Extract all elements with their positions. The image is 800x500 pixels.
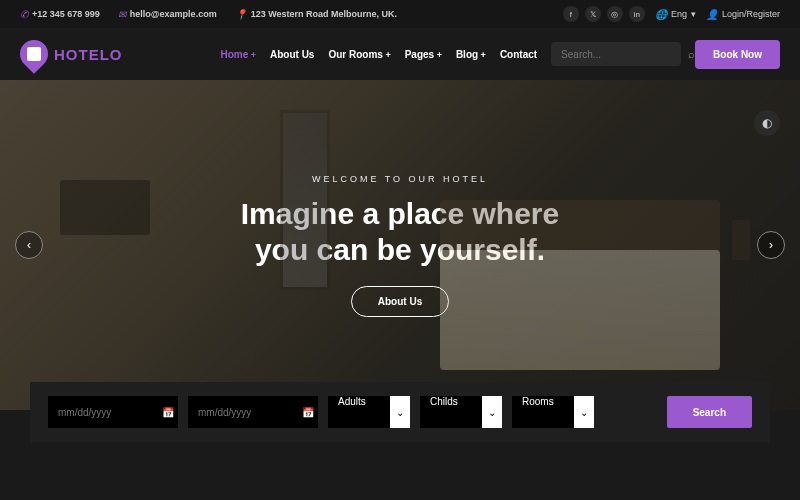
- search-box[interactable]: ⌕: [551, 42, 681, 66]
- chevron-down-icon[interactable]: ⌄: [482, 396, 502, 428]
- booking-search-button[interactable]: Search: [667, 396, 752, 428]
- logo[interactable]: HOTELO: [20, 40, 123, 68]
- facebook-icon[interactable]: f: [563, 6, 579, 22]
- logo-text: HOTELO: [54, 46, 123, 63]
- hero: ◐ ‹ › WELCOME TO OUR HOTEL Imagine a pla…: [0, 80, 800, 410]
- email[interactable]: ✉hello@example.com: [118, 9, 217, 20]
- calendar-icon[interactable]: 📅: [158, 396, 178, 428]
- rooms-field[interactable]: Rooms ⌄: [512, 396, 594, 428]
- nav-links: Home + About Us Our Rooms + Pages + Blog…: [220, 49, 537, 60]
- carousel-prev[interactable]: ‹: [15, 231, 43, 259]
- globe-icon: 🌐: [655, 9, 667, 20]
- nav-home[interactable]: Home +: [220, 49, 256, 60]
- nav-rooms[interactable]: Our Rooms +: [328, 49, 390, 60]
- logo-icon: [14, 34, 54, 74]
- booking-bar: 📅 📅 Adults ⌄ Childs ⌄ Rooms ⌄ Search: [30, 382, 770, 442]
- nav-about[interactable]: About Us: [270, 49, 314, 60]
- adults-select[interactable]: Adults: [328, 396, 390, 428]
- checkin-input[interactable]: [48, 396, 158, 428]
- checkout-field[interactable]: 📅: [188, 396, 318, 428]
- chevron-down-icon: ▾: [691, 9, 696, 19]
- navbar: HOTELO Home + About Us Our Rooms + Pages…: [0, 28, 800, 80]
- search-icon[interactable]: ⌕: [688, 48, 695, 60]
- language-selector[interactable]: 🌐Eng▾: [655, 9, 696, 20]
- x-icon[interactable]: 𝕏: [585, 6, 601, 22]
- linkedin-icon[interactable]: in: [629, 6, 645, 22]
- chevron-down-icon[interactable]: ⌄: [390, 396, 410, 428]
- rooms-select[interactable]: Rooms: [512, 396, 574, 428]
- nav-blog[interactable]: Blog +: [456, 49, 486, 60]
- carousel-next[interactable]: ›: [757, 231, 785, 259]
- phone-icon: ✆: [20, 9, 28, 20]
- mail-icon: ✉: [118, 9, 126, 20]
- chevron-left-icon: ‹: [27, 238, 31, 252]
- hero-subtitle: WELCOME TO OUR HOTEL: [312, 174, 488, 184]
- hero-background: [0, 80, 800, 410]
- nav-contact[interactable]: Contact: [500, 49, 537, 60]
- phone[interactable]: ✆+12 345 678 999: [20, 9, 100, 20]
- pin-icon: 📍: [235, 9, 247, 20]
- adults-field[interactable]: Adults ⌄: [328, 396, 410, 428]
- calendar-icon[interactable]: 📅: [298, 396, 318, 428]
- search-input[interactable]: [561, 49, 688, 60]
- chevron-down-icon[interactable]: ⌄: [574, 396, 594, 428]
- chevron-right-icon: ›: [769, 238, 773, 252]
- moon-icon: ◐: [762, 116, 772, 130]
- user-icon: 👤: [706, 9, 718, 20]
- login-link[interactable]: 👤Login/Register: [706, 9, 780, 20]
- instagram-icon[interactable]: ◎: [607, 6, 623, 22]
- nav-pages[interactable]: Pages +: [405, 49, 442, 60]
- dark-mode-toggle[interactable]: ◐: [754, 110, 780, 136]
- checkout-input[interactable]: [188, 396, 298, 428]
- address: 📍123 Western Road Melbourne, UK.: [235, 9, 397, 20]
- childs-field[interactable]: Childs ⌄: [420, 396, 502, 428]
- social-links: f 𝕏 ◎ in: [563, 6, 645, 22]
- book-now-button[interactable]: Book Now: [695, 40, 780, 69]
- childs-select[interactable]: Childs: [420, 396, 482, 428]
- checkin-field[interactable]: 📅: [48, 396, 178, 428]
- top-bar: ✆+12 345 678 999 ✉hello@example.com 📍123…: [0, 0, 800, 28]
